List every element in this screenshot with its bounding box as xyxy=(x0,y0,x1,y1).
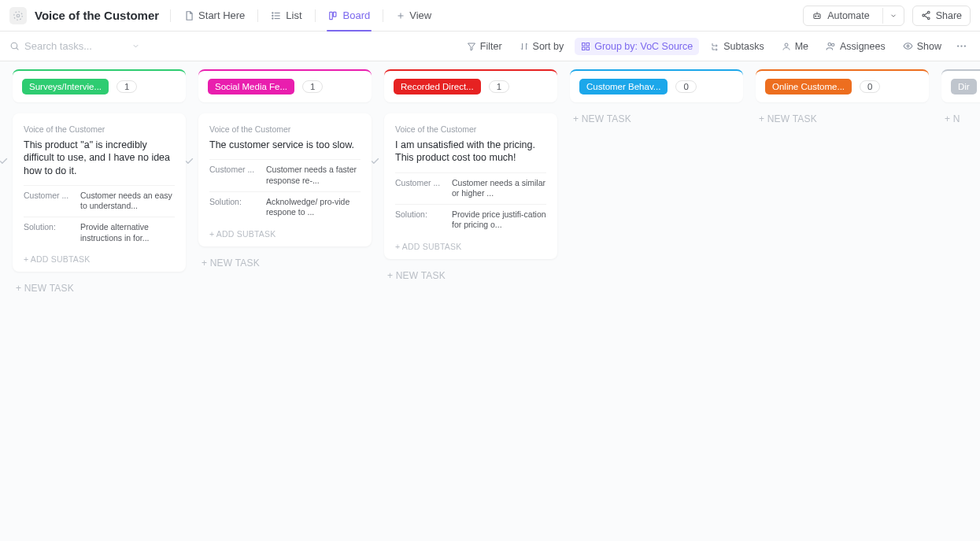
svg-rect-27 xyxy=(586,47,590,50)
automate-label: Automate xyxy=(827,10,870,21)
svg-marker-23 xyxy=(468,43,475,50)
sort-label: Sort by xyxy=(533,41,564,52)
column-count: 1 xyxy=(116,80,137,93)
board-column: Dir+ N xyxy=(941,69,980,305)
more-menu[interactable] xyxy=(952,37,971,55)
svg-point-6 xyxy=(272,15,273,16)
column-header[interactable]: Customer Behav...0 xyxy=(570,69,743,102)
task-card[interactable]: Voice of the CustomerThe customer servic… xyxy=(198,113,372,246)
add-subtask-button[interactable]: + ADD SUBTASK xyxy=(209,223,361,239)
search-input[interactable] xyxy=(24,40,127,52)
tab-add-view[interactable]: View xyxy=(386,0,441,31)
card-breadcrumb: Voice of the Customer xyxy=(395,124,546,134)
show-button[interactable]: Show xyxy=(897,38,948,55)
board-column: Surveys/Intervie...1Voice of the Custome… xyxy=(13,69,186,305)
column-header[interactable]: Online Custome...0 xyxy=(756,69,929,102)
card-breadcrumb: Voice of the Customer xyxy=(209,124,361,134)
field-label: Customer ... xyxy=(24,191,72,212)
card-title: This product "a" is incredibly difficult… xyxy=(24,139,175,177)
svg-point-21 xyxy=(11,43,17,49)
chevron-down-icon xyxy=(889,12,897,20)
new-task-button[interactable]: + NEW TASK xyxy=(13,272,186,305)
svg-line-19 xyxy=(924,13,927,15)
filter-button[interactable]: Filter xyxy=(460,38,508,55)
column-header[interactable]: Recorded Direct...1 xyxy=(384,69,557,102)
new-task-button[interactable]: + NEW TASK xyxy=(198,246,372,280)
column-label: Recorded Direct... xyxy=(394,79,481,94)
card-title: I am unsatisfied with the pricing. This … xyxy=(395,139,546,165)
svg-rect-8 xyxy=(329,12,332,19)
filter-icon xyxy=(467,42,476,51)
svg-point-28 xyxy=(716,45,717,46)
new-task-button[interactable]: + NEW TASK xyxy=(384,259,557,292)
column-count: 0 xyxy=(860,80,880,93)
doc-icon xyxy=(183,10,194,21)
assignees-button[interactable]: Assignees xyxy=(819,38,892,55)
workspace-icon[interactable] xyxy=(9,7,27,24)
automate-button[interactable]: Automate xyxy=(803,6,904,26)
task-card[interactable]: Voice of the CustomerI am unsatisfied wi… xyxy=(384,113,557,259)
task-card[interactable]: Voice of the CustomerThis product "a" is… xyxy=(13,113,186,272)
automate-dropdown[interactable] xyxy=(882,8,904,24)
svg-point-32 xyxy=(832,43,834,46)
field-value: Customer needs an easy to understand... xyxy=(80,191,175,212)
board-toolbar: Filter Sort by Group by: VoC Source Subt… xyxy=(0,31,980,61)
field-value: Customer needs a faster response re-... xyxy=(266,165,361,186)
svg-rect-26 xyxy=(582,47,586,50)
robot-icon xyxy=(812,10,823,21)
svg-point-36 xyxy=(964,45,966,46)
plus-icon xyxy=(396,11,405,20)
new-task-button[interactable]: + N xyxy=(941,102,980,135)
svg-line-22 xyxy=(17,48,19,50)
share-label: Share xyxy=(936,10,962,21)
divider xyxy=(315,9,316,22)
svg-point-30 xyxy=(785,43,788,46)
sort-button[interactable]: Sort by xyxy=(513,38,571,55)
show-label: Show xyxy=(917,41,941,52)
field-label: Solution: xyxy=(395,209,444,231)
list-icon xyxy=(271,10,282,21)
check-icon[interactable] xyxy=(184,156,194,166)
group-label: Group by: VoC Source xyxy=(594,41,693,52)
new-task-button[interactable]: + NEW TASK xyxy=(756,102,929,135)
column-label: Online Custome... xyxy=(765,79,852,94)
subtasks-button[interactable]: Subtasks xyxy=(704,38,770,55)
check-icon[interactable] xyxy=(370,156,380,166)
me-label: Me xyxy=(795,41,808,52)
column-header[interactable]: Surveys/Intervie...1 xyxy=(13,69,186,102)
board-column: Recorded Direct...1Voice of the Customer… xyxy=(384,69,557,305)
tab-label: View xyxy=(409,9,431,21)
svg-rect-24 xyxy=(582,43,586,46)
people-icon xyxy=(826,41,836,51)
svg-line-20 xyxy=(924,16,927,18)
card-field: Customer ...Customer needs a faster resp… xyxy=(209,159,361,191)
field-label: Solution: xyxy=(209,197,258,218)
me-button[interactable]: Me xyxy=(775,38,815,55)
field-label: Customer ... xyxy=(395,178,444,199)
share-button[interactable]: Share xyxy=(912,6,971,26)
new-task-button[interactable]: + NEW TASK xyxy=(570,102,743,135)
column-header[interactable]: Social Media Fe...1 xyxy=(198,69,372,102)
chevron-down-icon[interactable] xyxy=(131,42,140,50)
eye-icon xyxy=(903,41,913,51)
add-subtask-button[interactable]: + ADD SUBTASK xyxy=(395,235,546,251)
svg-point-7 xyxy=(272,17,273,18)
svg-point-34 xyxy=(957,45,959,46)
column-header[interactable]: Dir xyxy=(941,69,980,102)
card-field: Solution:Provide price justifi-cation fo… xyxy=(395,204,546,235)
column-count: 0 xyxy=(675,80,696,93)
tab-board[interactable]: Board xyxy=(319,0,380,31)
add-subtask-button[interactable]: + ADD SUBTASK xyxy=(24,248,175,264)
card-field: Solution:Provide alternative instruction… xyxy=(24,217,175,248)
tab-list[interactable]: List xyxy=(261,0,311,31)
filter-label: Filter xyxy=(480,41,502,52)
column-label: Customer Behav... xyxy=(579,79,668,94)
group-by-button[interactable]: Group by: VoC Source xyxy=(575,38,699,55)
svg-rect-12 xyxy=(814,13,820,18)
check-icon[interactable] xyxy=(0,156,9,166)
field-value: Customer needs a similar or higher ... xyxy=(452,178,546,199)
svg-rect-25 xyxy=(586,43,590,46)
group-icon xyxy=(581,42,590,51)
field-value: Provide alternative instructions in for.… xyxy=(80,222,175,243)
tab-start-here[interactable]: Start Here xyxy=(174,0,254,31)
